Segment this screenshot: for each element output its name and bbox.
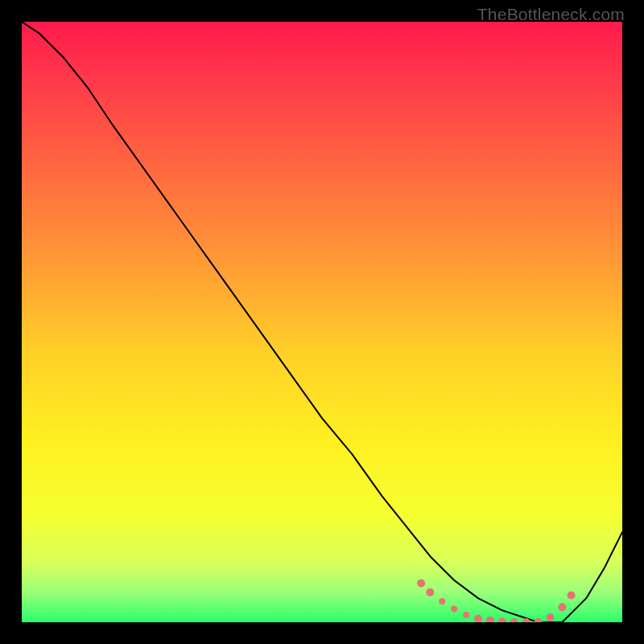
- chart-svg: [22, 22, 622, 622]
- plot-area: [22, 22, 622, 622]
- curve-marker: [568, 591, 576, 599]
- curve-marker: [439, 598, 445, 605]
- gradient-background: [22, 22, 622, 622]
- chart-frame: TheBottleneck.com: [0, 0, 644, 644]
- watermark-text: TheBottleneck.com: [477, 5, 625, 24]
- curve-marker: [451, 606, 457, 613]
- curve-marker: [426, 588, 434, 597]
- curve-marker: [546, 613, 554, 621]
- curve-marker: [417, 580, 425, 588]
- curve-marker: [463, 612, 469, 618]
- curve-marker: [558, 603, 566, 611]
